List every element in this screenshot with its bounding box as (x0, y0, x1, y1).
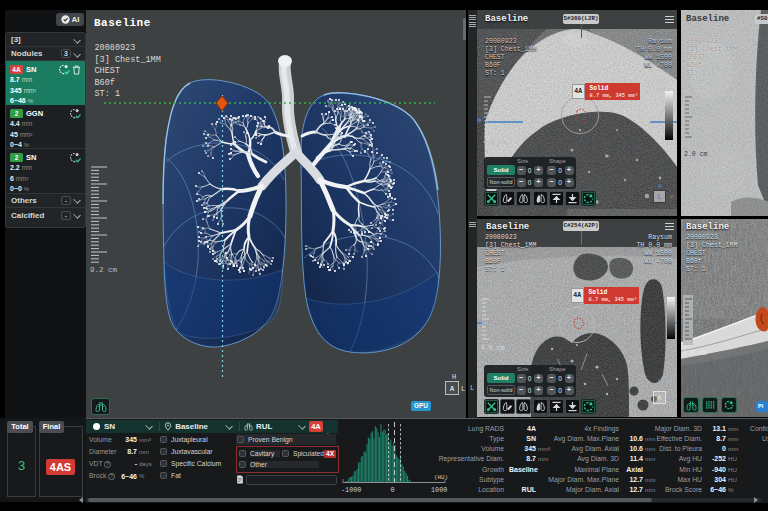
svg-text:4.0 cm: 4.0 cm (481, 345, 505, 352)
svg-text:-1000: -1000 (341, 486, 361, 494)
svg-text:0: 0 (391, 486, 395, 494)
svg-text:9.2 cm: 9.2 cm (90, 266, 118, 274)
svg-text:2.0 cm: 2.0 cm (684, 151, 708, 158)
svg-text:4.0 cm: 4.0 cm (483, 139, 507, 146)
svg-text:1.5 cm: 1.5 cm (683, 350, 707, 357)
